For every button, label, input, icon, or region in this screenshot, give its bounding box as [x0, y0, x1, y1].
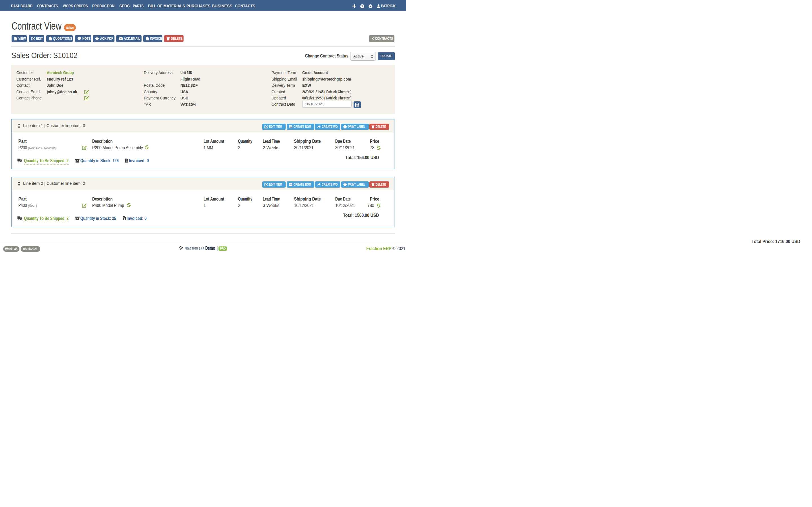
svg-text:$: $ [126, 160, 128, 163]
svg-text:$: $ [124, 218, 125, 220]
svg-text:?: ? [361, 4, 363, 8]
